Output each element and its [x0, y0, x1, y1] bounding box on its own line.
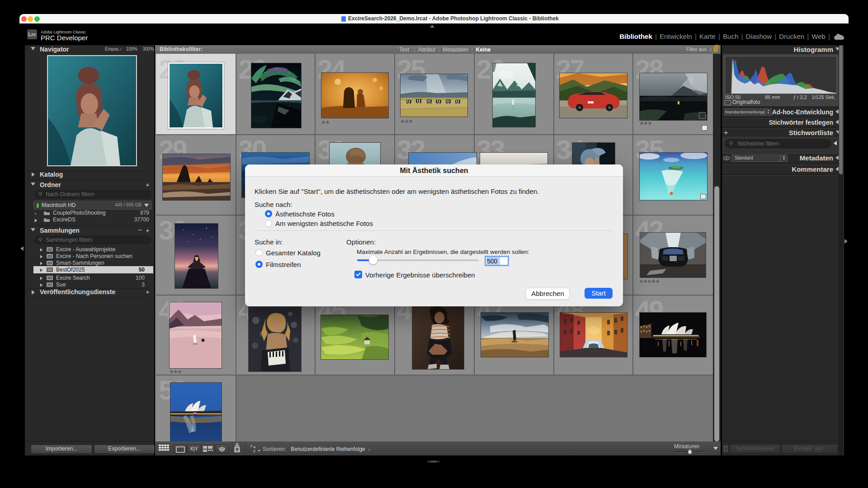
svg-text:Z: Z: [253, 449, 255, 453]
svg-text:A: A: [253, 445, 256, 449]
